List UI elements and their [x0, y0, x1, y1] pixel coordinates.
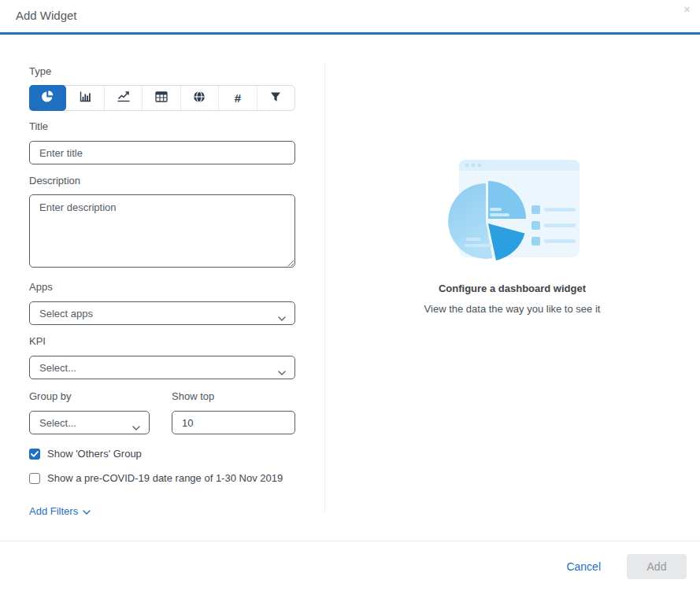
- modal-header: Add Widget ✕: [0, 0, 700, 35]
- chevron-down-icon: [83, 505, 91, 517]
- chevron-down-icon: [278, 312, 286, 323]
- widget-form: Type: [29, 66, 295, 518]
- modal-title: Add Widget: [16, 9, 77, 22]
- type-option-number[interactable]: #: [218, 86, 256, 110]
- type-option-bar-chart[interactable]: [66, 86, 103, 110]
- type-option-table[interactable]: [142, 86, 180, 110]
- show-top-label: Show top: [172, 391, 295, 402]
- dashboard-widget-illustration: [441, 157, 583, 267]
- chevron-down-icon: [278, 366, 286, 378]
- preview-heading: Configure a dashboard widget: [324, 283, 700, 294]
- show-others-checkbox-row: Show 'Others' Group: [29, 448, 295, 460]
- check-icon: [31, 451, 39, 457]
- table-icon: [155, 91, 168, 105]
- kpi-select-value: Select...: [39, 362, 76, 374]
- cancel-button[interactable]: Cancel: [566, 560, 601, 573]
- add-button[interactable]: Add: [627, 554, 687, 579]
- type-option-globe[interactable]: [180, 86, 218, 110]
- add-filters-label: Add Filters: [29, 505, 78, 517]
- title-input[interactable]: [29, 141, 295, 164]
- precovid-checkbox-row: Show a pre-COVID-19 date range of 1-30 N…: [29, 472, 295, 484]
- globe-icon: [193, 90, 206, 106]
- description-input[interactable]: [29, 194, 295, 268]
- show-top-input[interactable]: [172, 411, 295, 434]
- add-filters-link[interactable]: Add Filters: [29, 505, 91, 517]
- type-option-line-chart[interactable]: [104, 86, 142, 110]
- group-by-label: Group by: [29, 391, 150, 402]
- type-option-filter[interactable]: [257, 86, 294, 110]
- line-chart-icon: [117, 90, 131, 105]
- apps-label: Apps: [29, 282, 295, 293]
- precovid-checkbox[interactable]: [29, 473, 40, 484]
- title-label: Title: [29, 121, 295, 132]
- show-others-checkbox-label: Show 'Others' Group: [47, 448, 142, 460]
- kpi-label: KPI: [29, 336, 295, 347]
- widget-type-selector: #: [29, 85, 295, 111]
- kpi-select[interactable]: Select...: [29, 356, 295, 379]
- modal-footer: Cancel Add: [0, 541, 700, 591]
- preview-subheading: View the data the way you like to see it: [324, 303, 700, 315]
- show-others-checkbox[interactable]: [29, 449, 40, 460]
- group-by-select[interactable]: Select...: [29, 411, 150, 434]
- type-label: Type: [29, 66, 295, 77]
- type-option-pie-chart[interactable]: [29, 85, 66, 111]
- pie-chart-icon: [41, 90, 54, 106]
- description-label: Description: [29, 175, 295, 187]
- precovid-checkbox-label: Show a pre-COVID-19 date range of 1-30 N…: [47, 472, 283, 484]
- filter-icon: [270, 91, 281, 105]
- group-by-select-value: Select...: [39, 417, 76, 429]
- close-icon[interactable]: ✕: [683, 6, 691, 14]
- chevron-down-icon: [132, 421, 140, 433]
- apps-select-value: Select apps: [39, 308, 93, 320]
- hash-icon: #: [235, 91, 241, 105]
- bar-chart-icon: [79, 90, 92, 106]
- apps-select[interactable]: Select apps: [29, 301, 295, 325]
